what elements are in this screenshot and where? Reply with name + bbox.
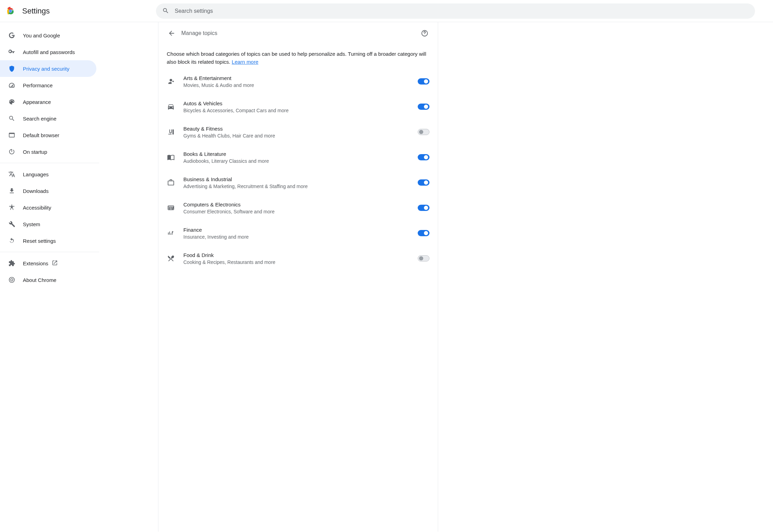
sidebar-item-default-browser[interactable]: Default browser [0, 127, 96, 143]
topic-subtitle: Bicycles & Accessories, Compact Cars and… [183, 108, 418, 113]
download-icon [8, 187, 15, 194]
svg-point-3 [9, 10, 11, 12]
sidebar-item-extensions[interactable]: Extensions [0, 255, 96, 272]
topic-subtitle: Insurance, Investing and more [183, 234, 418, 240]
sidebar-item-on-startup[interactable]: On startup [0, 143, 96, 160]
topic-icon [167, 229, 175, 237]
topic-toggle[interactable] [418, 230, 429, 236]
topic-subtitle: Gyms & Health Clubs, Hair Care and more [183, 133, 418, 139]
topic-subtitle: Audiobooks, Literary Classics and more [183, 158, 418, 164]
topic-row: Food & Drink Cooking & Recipes, Restaura… [158, 246, 438, 271]
power-icon [8, 148, 15, 155]
topic-row: Beauty & Fitness Gyms & Health Clubs, Ha… [158, 119, 438, 145]
key-icon [8, 48, 15, 55]
translate-icon [8, 171, 15, 178]
page-title: Manage topics [181, 30, 418, 36]
sidebar-item-appearance[interactable]: Appearance [0, 94, 96, 110]
sidebar-item-accessibility[interactable]: Accessibility [0, 199, 96, 216]
description-text: Choose which broad categories of topics … [167, 51, 426, 65]
sidebar-item-autofill[interactable]: Autofill and passwords [0, 44, 96, 60]
topic-toggle[interactable] [418, 205, 429, 211]
accessibility-icon [8, 204, 15, 211]
settings-content: Manage topics Choose which broad categor… [158, 22, 438, 532]
topic-title: Business & Industrial [183, 176, 418, 182]
topic-title: Finance [183, 227, 418, 233]
app-title: Settings [22, 7, 50, 16]
topic-title: Food & Drink [183, 252, 418, 258]
topic-toggle[interactable] [418, 129, 429, 135]
topic-toggle[interactable] [418, 104, 429, 110]
search-input[interactable] [174, 8, 749, 15]
sidebar-item-languages[interactable]: Languages [0, 166, 96, 183]
sidebar-item-label: You and Google [23, 33, 60, 38]
divider [0, 252, 99, 252]
topic-row: Finance Insurance, Investing and more [158, 221, 438, 246]
search-icon [162, 7, 174, 15]
topic-toggle[interactable] [418, 78, 429, 85]
help-button[interactable] [418, 27, 431, 39]
topic-icon [167, 77, 175, 86]
topic-title: Beauty & Fitness [183, 126, 418, 132]
learn-more-link[interactable]: Learn more [232, 59, 259, 65]
sidebar-item-system[interactable]: System [0, 216, 96, 232]
sidebar-item-you-and-google[interactable]: You and Google [0, 27, 96, 44]
divider [0, 163, 99, 163]
sidebar-item-label: Autofill and passwords [23, 49, 75, 55]
shield-icon [8, 65, 15, 72]
wrench-icon [8, 221, 15, 228]
sidebar-item-reset[interactable]: Reset settings [0, 232, 96, 249]
sidebar-item-label: Performance [23, 82, 53, 88]
sidebar-item-performance[interactable]: Performance [0, 77, 96, 94]
page-description: Choose which broad categories of topics … [158, 44, 438, 69]
browser-icon [8, 132, 15, 139]
sidebar-item-label: System [23, 221, 40, 227]
topic-toggle[interactable] [418, 154, 429, 160]
topic-row: Business & Industrial Advertising & Mark… [158, 170, 438, 195]
topic-subtitle: Movies, Music & Audio and more [183, 82, 418, 88]
sidebar-item-label: Privacy and security [23, 66, 69, 72]
topic-row: Computers & Electronics Consumer Electro… [158, 195, 438, 221]
topic-toggle[interactable] [418, 255, 429, 261]
sidebar-item-label: Accessibility [23, 205, 51, 211]
sidebar-item-label: Default browser [23, 132, 59, 138]
reset-icon [8, 237, 15, 244]
sidebar-item-label: On startup [23, 149, 47, 155]
topic-title: Autos & Vehicles [183, 100, 418, 106]
topic-icon [167, 128, 175, 136]
sidebar-item-label: About Chrome [23, 277, 57, 283]
chrome-logo-icon [6, 6, 15, 16]
back-button[interactable] [165, 27, 178, 39]
topic-subtitle: Consumer Electronics, Software and more [183, 209, 418, 214]
topic-title: Books & Literature [183, 151, 418, 157]
svg-point-5 [425, 35, 425, 35]
topic-icon [167, 254, 175, 263]
sidebar-item-search-engine[interactable]: Search engine [0, 110, 96, 127]
topic-title: Computers & Electronics [183, 202, 418, 207]
topic-icon [167, 178, 175, 187]
sidebar-item-label: Extensions [23, 260, 48, 266]
search-icon [8, 115, 15, 122]
topic-row: Arts & Entertainment Movies, Music & Aud… [158, 69, 438, 94]
open-in-new-icon [52, 260, 58, 267]
sidebar-item-privacy[interactable]: Privacy and security [0, 60, 96, 77]
sidebar-nav: You and Google Autofill and passwords Pr… [0, 22, 99, 532]
palette-icon [8, 98, 15, 105]
topic-subtitle: Advertising & Marketing, Recruitment & S… [183, 184, 418, 189]
speedometer-icon [8, 82, 15, 89]
topic-icon [167, 153, 175, 161]
sidebar-item-label: Languages [23, 171, 49, 177]
sidebar-item-downloads[interactable]: Downloads [0, 183, 96, 199]
topic-toggle[interactable] [418, 179, 429, 186]
extension-icon [8, 260, 15, 267]
sidebar-item-about[interactable]: About Chrome [0, 272, 96, 288]
search-bar[interactable] [156, 3, 755, 19]
topic-subtitle: Cooking & Recipes, Restaurants and more [183, 259, 418, 265]
topic-icon [167, 204, 175, 212]
topic-row: Books & Literature Audiobooks, Literary … [158, 145, 438, 170]
topic-row: Autos & Vehicles Bicycles & Accessories,… [158, 94, 438, 119]
topic-icon [167, 103, 175, 111]
app-header: Settings [0, 0, 773, 22]
sidebar-item-label: Appearance [23, 99, 51, 105]
topic-title: Arts & Entertainment [183, 75, 418, 81]
sidebar-item-label: Search engine [23, 116, 57, 122]
